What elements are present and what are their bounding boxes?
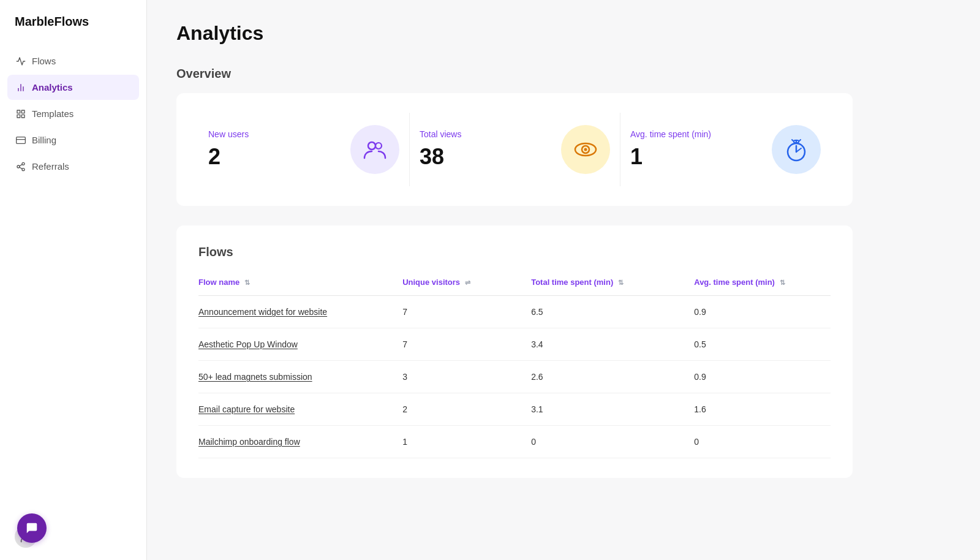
flow-name-link[interactable]: 50+ lead magnets submission — [198, 372, 312, 382]
svg-rect-3 — [17, 110, 20, 113]
sidebar-item-flows[interactable]: Flows — [7, 48, 139, 74]
users-icon — [361, 136, 388, 163]
stat-value-total-views: 38 — [420, 144, 461, 170]
stat-icon-wrap-timer — [772, 125, 821, 174]
stat-card-avg-time: Avg. time spent (min) 1 — [620, 113, 831, 186]
col-total-time[interactable]: Total time spent (min) ⇅ — [507, 271, 669, 296]
table-row: Aesthetic Pop Up Window 7 3.4 0.5 — [198, 328, 831, 361]
flows-section-title: Flows — [198, 245, 831, 259]
templates-icon — [16, 109, 26, 119]
cell-total-time: 0 — [507, 426, 669, 458]
flow-name-link[interactable]: Mailchimp onboarding flow — [198, 437, 300, 447]
timer-icon — [783, 136, 810, 163]
cell-flow-name: Email capture for website — [198, 393, 378, 426]
cell-avg-time: 1.6 — [669, 393, 831, 426]
sidebar-item-analytics-label: Analytics — [32, 82, 73, 93]
table-row: Mailchimp onboarding flow 1 0 0 — [198, 426, 831, 458]
svg-line-30 — [799, 140, 801, 141]
stat-icon-wrap-eye — [561, 125, 610, 174]
stat-icon-wrap-users — [350, 125, 399, 174]
sort-icon-avg-time: ⇅ — [780, 279, 785, 287]
flows-section: Flows Flow name ⇅ Unique visitors ⇌ T — [176, 225, 853, 478]
sidebar-item-flows-label: Flows — [32, 56, 56, 66]
sidebar-item-templates-label: Templates — [32, 108, 74, 119]
svg-line-13 — [20, 164, 23, 166]
sidebar-item-analytics[interactable]: Analytics — [7, 75, 139, 100]
cell-unique-visitors: 7 — [378, 296, 507, 328]
stats-grid: New users 2 Total — [198, 113, 831, 186]
cell-total-time: 6.5 — [507, 296, 669, 328]
flows-table: Flow name ⇅ Unique visitors ⇌ Total time… — [198, 271, 831, 458]
col-unique-visitors[interactable]: Unique visitors ⇌ — [378, 271, 507, 296]
svg-point-20 — [375, 143, 382, 149]
sidebar-item-billing-label: Billing — [32, 135, 56, 145]
svg-line-12 — [20, 167, 23, 169]
cell-avg-time: 0.5 — [669, 328, 831, 361]
col-flow-name[interactable]: Flow name ⇅ — [198, 271, 378, 296]
svg-rect-5 — [17, 115, 20, 118]
cell-avg-time: 0.9 — [669, 361, 831, 393]
svg-rect-6 — [21, 115, 24, 118]
cell-unique-visitors: 7 — [378, 328, 507, 361]
col-avg-time[interactable]: Avg. time spent (min) ⇅ — [669, 271, 831, 296]
sidebar: MarbleFlows Flows Analytics Templates Bi… — [0, 0, 147, 560]
cell-avg-time: 0.9 — [669, 296, 831, 328]
sidebar-nav: Flows Analytics Templates Billing Referr — [0, 48, 146, 513]
stat-value-avg-time: 1 — [630, 144, 711, 170]
cell-flow-name: Mailchimp onboarding flow — [198, 426, 378, 458]
sort-icon-total-time: ⇅ — [618, 279, 624, 287]
stat-label-new-users: New users — [208, 129, 249, 139]
app-logo: MarbleFlows — [0, 0, 146, 48]
sort-icon-flow-name: ⇅ — [244, 279, 250, 287]
svg-point-23 — [584, 148, 587, 151]
cell-unique-visitors: 1 — [378, 426, 507, 458]
cell-unique-visitors: 3 — [378, 361, 507, 393]
referrals-icon — [16, 162, 26, 172]
cell-unique-visitors: 2 — [378, 393, 507, 426]
main-content: Analytics Overview All time ▾ New users … — [147, 0, 980, 560]
stat-label-total-views: Total views — [420, 129, 461, 139]
stat-card-new-users: New users 2 — [198, 113, 409, 186]
cell-flow-name: Announcement widget for website — [198, 296, 378, 328]
cell-avg-time: 0 — [669, 426, 831, 458]
table-row: Email capture for website 2 3.1 1.6 — [198, 393, 831, 426]
sidebar-item-billing[interactable]: Billing — [7, 127, 139, 153]
sidebar-item-templates[interactable]: Templates — [7, 101, 139, 126]
table-row: Announcement widget for website 7 6.5 0.… — [198, 296, 831, 328]
flow-name-link[interactable]: Email capture for website — [198, 404, 295, 414]
sort-icon-unique-visitors: ⇌ — [465, 279, 470, 287]
overview-section: New users 2 Total — [176, 93, 853, 206]
page-title: Analytics — [176, 22, 853, 45]
stat-value-new-users: 2 — [208, 144, 249, 170]
eye-icon — [572, 136, 599, 163]
analytics-icon — [16, 83, 26, 93]
svg-line-29 — [792, 140, 793, 141]
svg-rect-7 — [17, 137, 26, 143]
cell-total-time: 3.1 — [507, 393, 669, 426]
flows-icon — [16, 56, 26, 66]
flow-name-link[interactable]: Announcement widget for website — [198, 307, 327, 317]
cell-flow-name: 50+ lead magnets submission — [198, 361, 378, 393]
chat-bubble-button[interactable] — [17, 513, 47, 543]
table-row: 50+ lead magnets submission 3 2.6 0.9 — [198, 361, 831, 393]
stat-label-avg-time: Avg. time spent (min) — [630, 129, 711, 139]
overview-section-title: Overview — [176, 67, 231, 81]
sidebar-item-referrals[interactable]: Referrals — [7, 154, 139, 179]
cell-total-time: 3.4 — [507, 328, 669, 361]
svg-rect-4 — [21, 110, 24, 113]
billing-icon — [16, 135, 26, 145]
flow-name-link[interactable]: Aesthetic Pop Up Window — [198, 339, 298, 349]
svg-point-19 — [368, 142, 375, 149]
cell-total-time: 2.6 — [507, 361, 669, 393]
stat-card-total-views: Total views 38 — [409, 113, 620, 186]
cell-flow-name: Aesthetic Pop Up Window — [198, 328, 378, 361]
sidebar-item-referrals-label: Referrals — [32, 161, 69, 172]
